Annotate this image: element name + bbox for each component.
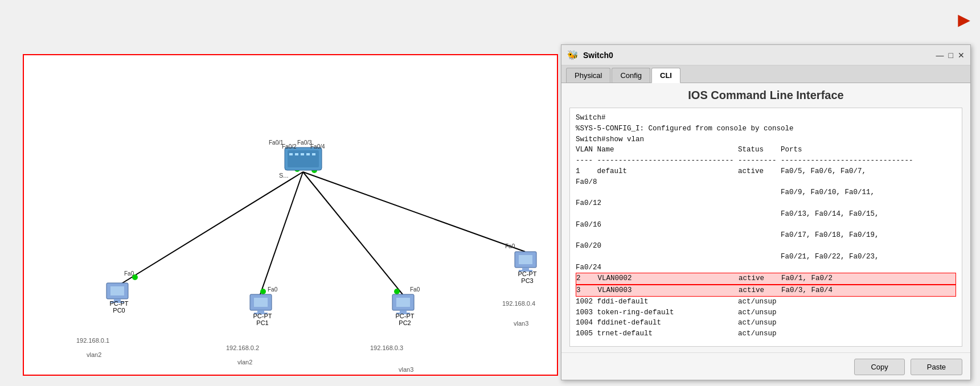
footer-buttons: Copy Paste: [561, 352, 970, 380]
cli-line: 1004 fddinet-default act/unsup: [576, 318, 956, 328]
cli-output-wrapper: Switch#%SYS-5-CONFIG_I: Configured from …: [569, 108, 962, 347]
pc0-label: PC-PTPC0: [102, 300, 136, 314]
cli-line: Fa0/17, Fa0/18, Fa0/19,: [576, 230, 956, 241]
pc2-label: PC-PTPC2: [388, 313, 422, 326]
pc1-vlan: vlan2: [237, 359, 252, 366]
svg-rect-18: [312, 153, 315, 155]
cli-line: Fa0/21, Fa0/22, Fa0/23,: [576, 252, 956, 262]
svg-point-6: [394, 289, 400, 294]
svg-rect-33: [522, 268, 529, 270]
cli-line: Fa0/20: [576, 241, 956, 252]
paste-button[interactable]: Paste: [911, 359, 962, 375]
pc2-ip: 192.168.0.3: [370, 344, 403, 351]
switch-panel: 🐝 Switch0 — □ ✕ Physical Config CLI IOS …: [561, 44, 971, 380]
pc1-label: PC-PTPC1: [245, 313, 280, 326]
svg-rect-14: [289, 153, 293, 155]
logo-icon: ►: [954, 8, 974, 32]
switch-device-label: S...: [279, 172, 289, 179]
bee-icon: 🐝: [567, 50, 579, 60]
pc1-ip: 192.168.0.2: [226, 344, 259, 351]
cli-line: Fa0/12: [576, 198, 956, 209]
copy-button[interactable]: Copy: [854, 359, 904, 375]
tab-bar: Physical Config CLI: [561, 65, 970, 83]
cli-line: 1002 fddi-default act/unsup: [576, 297, 956, 307]
svg-point-5: [260, 289, 266, 294]
cli-line: Fa0/13, Fa0/14, Fa0/15,: [576, 209, 956, 220]
svg-rect-13: [288, 150, 319, 167]
svg-rect-28: [396, 298, 410, 307]
cli-line: Fa0/9, Fa0/10, Fa0/11,: [576, 187, 956, 198]
cli-line: Switch#: [576, 113, 956, 124]
svg-line-0: [118, 172, 303, 286]
network-diagram: Fa0/1 Fa0/2 Fa0/3 Fa0/4 S... PC-PTPC0 19…: [23, 54, 558, 376]
cli-line: VLAN Name Status Ports: [576, 145, 956, 155]
panel-content: IOS Command Line Interface Switch#%SYS-5…: [561, 83, 970, 352]
title-bar: 🐝 Switch0 — □ ✕: [561, 45, 970, 65]
pc2-vlan: vlan3: [399, 366, 413, 373]
cli-line: %SYS-5-CONFIG_I: Configured from console…: [576, 124, 956, 134]
pc0-ip: 192.168.0.1: [76, 337, 109, 344]
svg-rect-32: [519, 255, 532, 264]
switch-port-fa01: Fa0/1: [269, 139, 284, 146]
pc0-vlan: vlan2: [87, 351, 101, 358]
cli-line: Fa0/24: [576, 262, 956, 273]
svg-line-3: [303, 172, 525, 252]
pc1-port: Fa0: [268, 286, 277, 293]
svg-rect-16: [301, 153, 304, 155]
cli-title: IOS Command Line Interface: [569, 89, 962, 102]
cli-line: 3 VLAN0003 active Fa0/3, Fa0/4: [576, 285, 956, 297]
minimize-button[interactable]: —: [936, 51, 944, 60]
cli-output[interactable]: Switch#%SYS-5-CONFIG_I: Configured from …: [570, 108, 962, 346]
pc0-port: Fa0: [124, 270, 134, 277]
panel-title: Switch0: [583, 51, 936, 60]
switch-port-fa04: Fa0/4: [310, 143, 325, 150]
tab-config[interactable]: Config: [612, 68, 650, 83]
tab-physical[interactable]: Physical: [566, 68, 610, 83]
cli-line: ---- -------------------------------- --…: [576, 155, 956, 166]
svg-line-1: [260, 172, 303, 294]
pc2-port: Fa0: [410, 286, 420, 293]
svg-rect-20: [110, 286, 124, 295]
cli-line: Fa0/16: [576, 220, 956, 231]
network-connections: [24, 55, 557, 375]
maximize-button[interactable]: □: [949, 51, 953, 60]
logo-area: ►: [866, 0, 980, 40]
cli-line: 1003 token-ring-default act/unsup: [576, 307, 956, 318]
pc3-label: PC-PTPC3: [510, 270, 544, 284]
pc3-ip: 192.168.0.4: [502, 300, 535, 307]
close-button[interactable]: ✕: [958, 51, 965, 60]
cli-line: 1 default active Fa0/5, Fa0/6, Fa0/7,: [576, 166, 956, 177]
svg-rect-15: [295, 153, 298, 155]
cli-line: Switch#show vlan: [576, 134, 956, 145]
pc3-port: Fa0: [505, 243, 515, 249]
switch-port-fa02: Fa0/2: [282, 143, 297, 150]
cli-line: Fa0/8: [576, 177, 956, 188]
cli-line: 2 VLAN0002 active Fa0/1, Fa0/2: [576, 273, 956, 285]
tab-cli[interactable]: CLI: [651, 68, 680, 83]
svg-rect-17: [306, 153, 310, 155]
switch-port-fa03: Fa0/3: [297, 139, 312, 146]
cli-line: 1005 trnet-default act/unsup: [576, 328, 956, 339]
svg-rect-24: [254, 298, 268, 307]
window-controls: — □ ✕: [936, 51, 965, 60]
pc3-vlan: vlan3: [514, 320, 528, 327]
